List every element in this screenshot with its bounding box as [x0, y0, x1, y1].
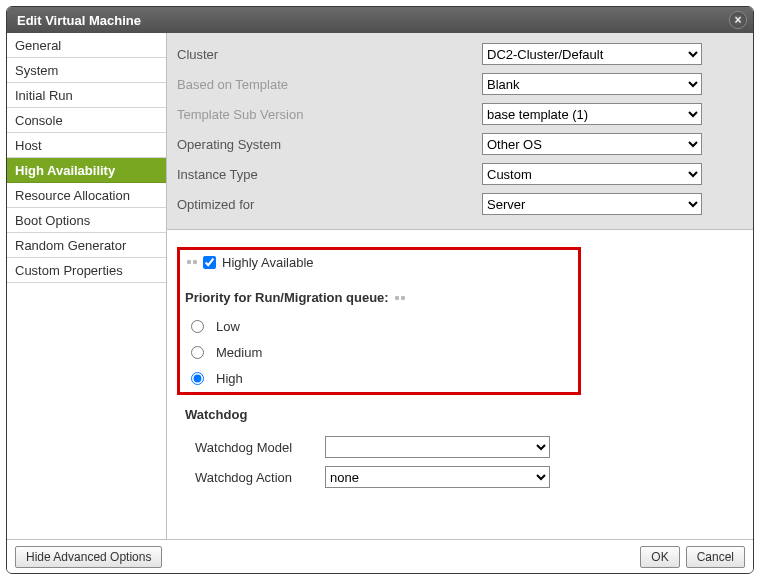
sidebar: General System Initial Run Console Host …: [7, 33, 167, 539]
dialog-footer: Hide Advanced Options OK Cancel: [7, 539, 753, 573]
radio-row-high: High: [191, 365, 743, 391]
priority-radio-high[interactable]: [191, 372, 204, 385]
priority-radio-medium[interactable]: [191, 346, 204, 359]
watchdog-group: Watchdog Model Watchdog Action none: [177, 432, 743, 492]
chain-icon: [393, 293, 407, 303]
ha-panel: Highly Available Priority for Run/Migrat…: [167, 230, 753, 539]
row-instance-type: Instance Type Custom: [177, 159, 743, 189]
row-os: Operating System Other OS: [177, 129, 743, 159]
watchdog-model-label: Watchdog Model: [195, 440, 325, 455]
titlebar: Edit Virtual Machine ×: [7, 7, 753, 33]
priority-label-high[interactable]: High: [216, 371, 243, 386]
select-os[interactable]: Other OS: [482, 133, 702, 155]
priority-label-low[interactable]: Low: [216, 319, 240, 334]
label-optimized: Optimized for: [177, 197, 482, 212]
watchdog-model-row: Watchdog Model: [195, 432, 743, 462]
cancel-button[interactable]: Cancel: [686, 546, 745, 568]
dialog-title: Edit Virtual Machine: [17, 13, 729, 28]
watchdog-action-row: Watchdog Action none: [195, 462, 743, 492]
sidebar-item-custom-properties[interactable]: Custom Properties: [7, 258, 166, 283]
main-panel: Cluster DC2-Cluster/Default Based on Tem…: [167, 33, 753, 539]
label-template: Based on Template: [177, 77, 482, 92]
highly-available-checkbox[interactable]: [203, 256, 216, 269]
select-optimized[interactable]: Server: [482, 193, 702, 215]
row-cluster: Cluster DC2-Cluster/Default: [177, 39, 743, 69]
priority-label-medium[interactable]: Medium: [216, 345, 262, 360]
select-instance-type[interactable]: Custom: [482, 163, 702, 185]
priority-heading-text: Priority for Run/Migration queue:: [185, 290, 389, 305]
watchdog-heading: Watchdog: [177, 407, 743, 422]
label-instance-type: Instance Type: [177, 167, 482, 182]
row-template-sub: Template Sub Version base template (1): [177, 99, 743, 129]
priority-radio-group: Low Medium High: [177, 313, 743, 391]
sidebar-item-initial-run[interactable]: Initial Run: [7, 83, 166, 108]
label-os: Operating System: [177, 137, 482, 152]
select-cluster[interactable]: DC2-Cluster/Default: [482, 43, 702, 65]
label-cluster: Cluster: [177, 47, 482, 62]
row-optimized: Optimized for Server: [177, 189, 743, 219]
sidebar-item-boot-options[interactable]: Boot Options: [7, 208, 166, 233]
sidebar-item-resource-allocation[interactable]: Resource Allocation: [7, 183, 166, 208]
watchdog-action-label: Watchdog Action: [195, 470, 325, 485]
dialog-body: General System Initial Run Console Host …: [7, 33, 753, 539]
sidebar-item-console[interactable]: Console: [7, 108, 166, 133]
radio-row-medium: Medium: [191, 339, 743, 365]
ok-button[interactable]: OK: [640, 546, 679, 568]
select-template[interactable]: Blank: [482, 73, 702, 95]
sidebar-item-random-generator[interactable]: Random Generator: [7, 233, 166, 258]
sidebar-item-general[interactable]: General: [7, 33, 166, 58]
chain-icon: [185, 257, 199, 267]
radio-row-low: Low: [191, 313, 743, 339]
sidebar-item-host[interactable]: Host: [7, 133, 166, 158]
row-template: Based on Template Blank: [177, 69, 743, 99]
close-icon[interactable]: ×: [729, 11, 747, 29]
edit-vm-dialog: Edit Virtual Machine × General System In…: [6, 6, 754, 574]
watchdog-model-select[interactable]: [325, 436, 550, 458]
sidebar-item-high-availability[interactable]: High Availability: [7, 158, 166, 183]
priority-heading: Priority for Run/Migration queue:: [177, 290, 743, 305]
priority-radio-low[interactable]: [191, 320, 204, 333]
highly-available-label[interactable]: Highly Available: [222, 255, 314, 270]
sidebar-item-system[interactable]: System: [7, 58, 166, 83]
general-properties-panel: Cluster DC2-Cluster/Default Based on Tem…: [167, 33, 753, 230]
select-template-sub[interactable]: base template (1): [482, 103, 702, 125]
label-template-sub: Template Sub Version: [177, 107, 482, 122]
highly-available-row: Highly Available: [177, 252, 743, 272]
hide-advanced-button[interactable]: Hide Advanced Options: [15, 546, 162, 568]
watchdog-action-select[interactable]: none: [325, 466, 550, 488]
